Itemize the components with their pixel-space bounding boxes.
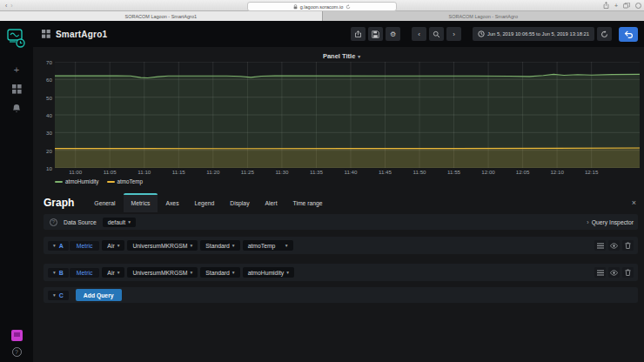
browser-tab-bar: SORACOM Lagoon - SmartAgro1 SORACOM Lago… <box>0 11 644 21</box>
query-menu-icon[interactable] <box>594 240 606 251</box>
dashboards-grid-icon[interactable] <box>12 84 22 94</box>
undo-arrow-icon <box>624 30 634 38</box>
query-collapse-toggle[interactable]: C <box>48 291 69 300</box>
time-range-picker[interactable]: Jun 5, 2019 10:06:55 to Jun 5, 2019 13:1… <box>473 27 594 41</box>
datasource-select[interactable]: default <box>103 218 136 227</box>
reload-icon[interactable] <box>345 4 351 10</box>
select-value: Air <box>107 270 114 276</box>
metric-label[interactable]: Metric <box>70 268 100 278</box>
add-query-button[interactable]: Add Query <box>76 289 122 301</box>
query-menu-icon[interactable] <box>594 267 606 278</box>
metric-field-select[interactable]: atmoHumidity <box>243 267 294 278</box>
browser-tab-active[interactable]: SORACOM Lagoon - SmartAgro1 <box>0 11 322 21</box>
datasource-help-icon[interactable]: ? <box>50 218 57 226</box>
legend-item[interactable]: atmoTemp <box>107 178 143 184</box>
back-to-dashboard-button[interactable] <box>619 27 638 42</box>
datasource-label: Data Source <box>64 219 97 225</box>
metric-field-select[interactable]: atmoTemp <box>243 240 293 251</box>
y-axis-tick-label: 30 <box>46 130 52 136</box>
chevron-down-icon <box>53 292 56 298</box>
browser-tab-inactive[interactable]: SORACOM Lagoon - SmartAgro <box>322 11 644 21</box>
new-tab-icon[interactable]: + <box>614 3 618 9</box>
query-collapse-toggle[interactable]: A <box>48 241 69 251</box>
dashboard-header: SmartAgro1 ⚙ ‹ › <box>33 21 644 47</box>
tab-general[interactable]: General <box>86 193 123 212</box>
x-axis-tick-label: 11:15 <box>172 169 185 175</box>
x-axis-tick-label: 11:35 <box>310 169 323 175</box>
time-forward-button[interactable]: › <box>446 27 461 41</box>
tab-overview-icon[interactable] <box>623 3 630 9</box>
y-axis-tick-label: 10 <box>46 165 52 171</box>
select-value: atmoTemp <box>248 243 276 249</box>
query-inspector-button[interactable]: Query Inspector <box>587 219 634 225</box>
chevron-down-icon <box>53 243 56 248</box>
timeseries-chart <box>55 62 640 168</box>
browser-tab-title: SORACOM Lagoon - SmartAgro <box>449 14 518 19</box>
create-plus-icon[interactable]: + <box>14 65 19 75</box>
query-disable-eye-icon[interactable] <box>608 267 620 278</box>
chart-legend: atmoHumidity atmoTemp <box>55 177 641 186</box>
tab-axes[interactable]: Axes <box>158 193 186 212</box>
select-value: UniversumMKRGSM <box>132 270 187 276</box>
y-axis-tick-label: 60 <box>46 77 52 83</box>
datasource-value: default <box>108 219 125 225</box>
dashboard-content: Panel Title 10203040506070 11:0011:0511:… <box>33 47 644 362</box>
tab-alert[interactable]: Alert <box>258 193 285 212</box>
select-value: Standard <box>205 243 230 249</box>
tab-display[interactable]: Display <box>222 193 257 212</box>
metric-type-select[interactable]: Standard <box>200 267 239 278</box>
user-avatar[interactable] <box>11 330 23 341</box>
legend-item[interactable]: atmoHumidity <box>55 178 99 184</box>
x-axis: 11:0011:0511:1011:1511:2011:2511:3011:35… <box>55 168 640 177</box>
query-delete-trash-icon[interactable] <box>622 267 634 278</box>
soracom-lagoon-logo[interactable] <box>6 27 27 50</box>
address-bar[interactable]: g.lagoon.soracom.io <box>247 2 397 11</box>
metric-namespace-select[interactable]: Air <box>102 267 124 278</box>
x-axis-tick-label: 11:10 <box>138 169 151 175</box>
query-letter: C <box>59 292 64 298</box>
browser-back-icon[interactable]: ‹ <box>5 3 7 9</box>
profile-icon[interactable] <box>635 3 641 9</box>
metric-namespace-select[interactable]: Air <box>102 240 124 251</box>
x-axis-tick-label: 11:50 <box>413 169 426 175</box>
tab-legend[interactable]: Legend <box>187 193 223 212</box>
panel-type-title: Graph <box>44 197 74 209</box>
zoom-out-button[interactable] <box>429 27 444 41</box>
query-disable-eye-icon[interactable] <box>608 240 620 251</box>
alerting-bell-icon[interactable] <box>12 104 21 113</box>
query-letter: A <box>59 243 64 249</box>
tab-metrics[interactable]: Metrics <box>124 193 158 212</box>
query-letter: B <box>59 270 64 276</box>
add-query-row: C Add Query <box>44 287 638 303</box>
plot-area[interactable] <box>55 62 640 168</box>
share-dashboard-button[interactable] <box>351 27 366 41</box>
dashboard-title[interactable]: SmartAgro1 <box>56 30 107 39</box>
metric-device-select[interactable]: UniversumMKRGSM <box>127 267 198 278</box>
help-icon[interactable]: ? <box>12 347 22 357</box>
share-icon[interactable] <box>603 2 609 9</box>
time-back-button[interactable]: ‹ <box>412 27 426 41</box>
dashboard-settings-button[interactable]: ⚙ <box>386 27 400 41</box>
metric-label[interactable]: Metric <box>70 241 100 251</box>
x-axis-tick-label: 12:15 <box>585 169 598 175</box>
legend-label: atmoHumidity <box>65 178 99 184</box>
tab-time-range[interactable]: Time range <box>285 193 331 212</box>
select-value: UniversumMKRGSM <box>132 243 187 249</box>
refresh-button[interactable] <box>597 27 612 41</box>
legend-swatch <box>107 181 115 183</box>
y-axis-tick-label: 40 <box>46 112 52 118</box>
x-axis-tick-label: 11:40 <box>344 169 357 175</box>
clock-icon <box>478 30 485 37</box>
browser-forward-icon[interactable]: › <box>10 3 12 9</box>
query-delete-trash-icon[interactable] <box>622 240 634 251</box>
select-value: atmoHumidity <box>248 270 285 276</box>
panel-title[interactable]: Panel Title <box>323 52 360 60</box>
metric-device-select[interactable]: UniversumMKRGSM <box>127 240 198 251</box>
dashboard-grid-icon[interactable] <box>42 30 50 38</box>
close-editor-icon[interactable] <box>632 198 636 207</box>
save-dashboard-button[interactable] <box>368 27 383 41</box>
panel-editor-tabs-bar: Graph General Metrics Axes Legend Displa… <box>42 190 641 212</box>
query-collapse-toggle[interactable]: B <box>48 268 69 278</box>
metric-type-select[interactable]: Standard <box>200 240 239 251</box>
time-range-text: Jun 5, 2019 10:06:55 to Jun 5, 2019 13:1… <box>487 31 589 37</box>
